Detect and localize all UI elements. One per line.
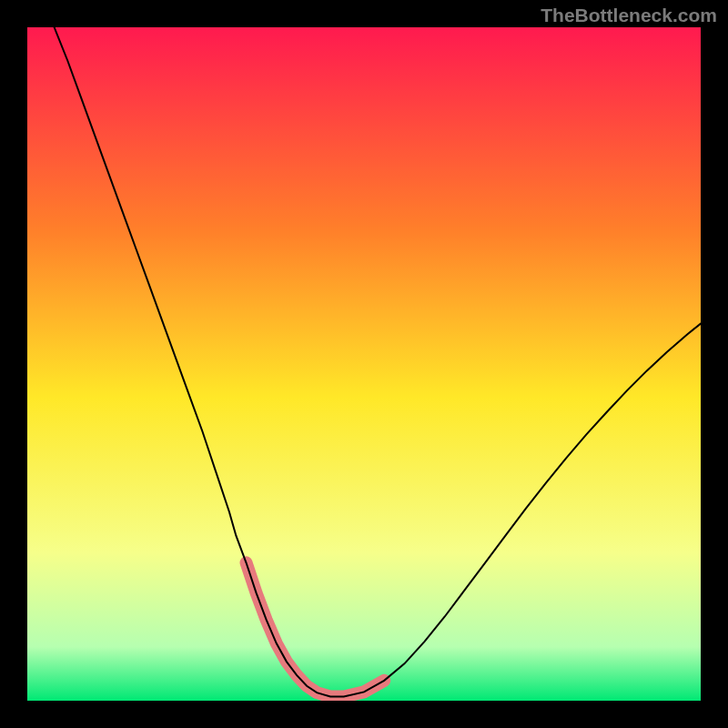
chart-plot-area: [27, 27, 701, 701]
chart-svg: [27, 27, 701, 701]
chart-frame: TheBottleneck.com: [0, 0, 728, 728]
watermark-text: TheBottleneck.com: [541, 5, 717, 26]
gradient-background: [27, 27, 701, 701]
